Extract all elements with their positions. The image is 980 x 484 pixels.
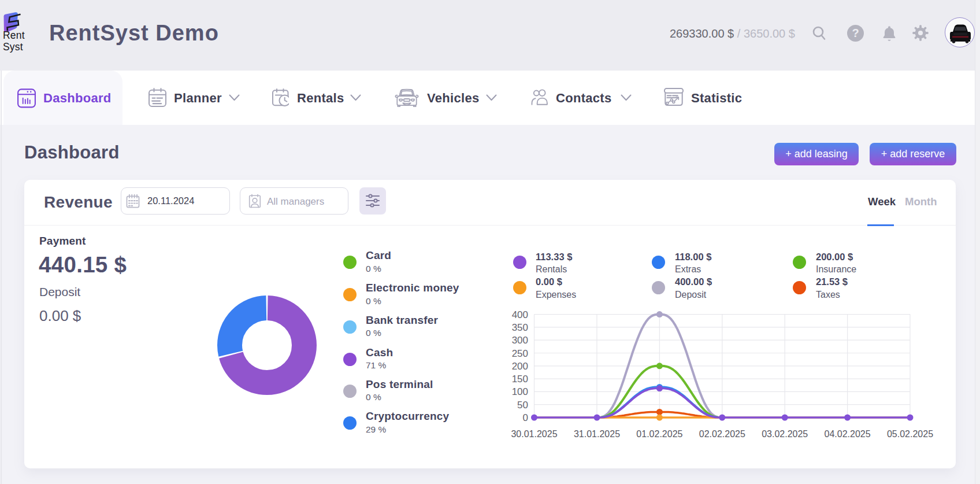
svg-text:200: 200 [512, 361, 528, 372]
svg-text:300: 300 [512, 335, 528, 346]
svg-text:30.01.2025: 30.01.2025 [511, 429, 557, 439]
svg-text:31.01.2025: 31.01.2025 [574, 429, 620, 439]
svg-text:05.02.2025: 05.02.2025 [887, 429, 933, 439]
svg-text:01.02.2025: 01.02.2025 [636, 429, 682, 439]
svg-text:50: 50 [517, 400, 528, 411]
svg-text:100: 100 [512, 386, 528, 397]
svg-text:02.02.2025: 02.02.2025 [699, 429, 745, 439]
svg-text:0: 0 [523, 412, 528, 423]
svg-text:400: 400 [512, 309, 528, 320]
svg-text:150: 150 [512, 374, 528, 385]
svg-text:04.02.2025: 04.02.2025 [825, 429, 871, 439]
svg-text:250: 250 [512, 348, 528, 359]
svg-text:03.02.2025: 03.02.2025 [762, 429, 808, 439]
svg-text:350: 350 [512, 322, 528, 333]
